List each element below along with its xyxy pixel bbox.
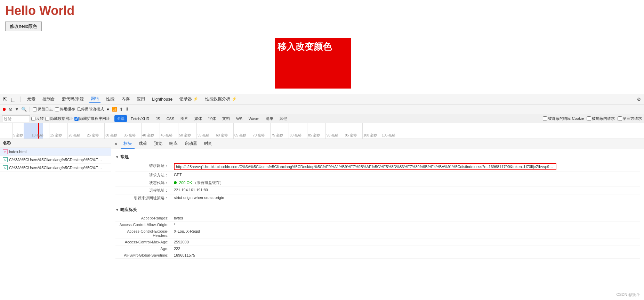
request-url-value: http://s28hrwvq1.hn-bkt.clouddn.com/C%3A… xyxy=(174,163,556,170)
record-icon[interactable]: ⏺ xyxy=(2,107,7,112)
tab-headers[interactable]: 标头 xyxy=(121,139,135,149)
disable-cache-check[interactable]: 停用缓存 xyxy=(55,107,75,112)
throttle-dropdown[interactable]: ▼ xyxy=(106,107,110,111)
file-name: C%3A%5CUsers%5Clianxiang%5CDesktop%5C%E9… xyxy=(9,158,103,162)
triangle-icon: ▼ xyxy=(115,208,119,212)
blocked-cookie-check[interactable]: 被屏蔽的响应 Cookie xyxy=(543,116,584,121)
acao-value: * xyxy=(174,223,175,227)
filter-other[interactable]: 其他 xyxy=(277,115,290,122)
hover-color-box: 移入改变颜色 xyxy=(275,38,351,89)
tab-timing[interactable]: 时间 xyxy=(201,139,215,149)
csdn-watermark: CSDN @提斗 xyxy=(617,292,640,297)
filter-fetch-xhr[interactable]: Fetch/XHR xyxy=(128,116,152,122)
tab-network[interactable]: 网络 xyxy=(89,95,100,103)
tick-10ms: 10 毫秒 xyxy=(31,123,44,139)
invert-check[interactable]: 反转 xyxy=(31,116,44,121)
tick-100ms: 100 毫秒 xyxy=(362,123,378,139)
tick-25ms: 25 毫秒 xyxy=(86,123,99,139)
filter-input[interactable] xyxy=(2,115,30,122)
file-item[interactable]: C C%3A%5CUsers%5Clianxiang%5CDesktop%5C%… xyxy=(0,164,111,172)
acma-value: 2592000 xyxy=(174,240,189,244)
tick-5ms: 5 毫秒 xyxy=(12,123,24,139)
tab-payload[interactable]: 载荷 xyxy=(136,139,150,149)
filter-all[interactable]: 全部 xyxy=(114,115,127,122)
filter-media[interactable]: 媒体 xyxy=(192,115,204,122)
ali-swift-label: Ali-Swift-Global-Savetime: xyxy=(115,253,171,257)
remote-address-row: 远程地址： 221.194.161.191:80 xyxy=(115,187,640,194)
tick-55ms: 55 毫秒 xyxy=(196,123,210,139)
preserve-log-check[interactable]: 保留日志 xyxy=(33,107,53,112)
filter-doc[interactable]: 文档 xyxy=(220,115,232,122)
detail-tabs: ✕ 标头 载荷 预览 响应 启动器 时间 xyxy=(111,139,644,149)
filter-css[interactable]: CSS xyxy=(164,116,177,122)
filter-font[interactable]: 字体 xyxy=(206,115,218,122)
tick-75ms: 75 毫秒 xyxy=(270,123,284,139)
tab-preview[interactable]: 预览 xyxy=(151,139,165,149)
filter-js[interactable]: JS xyxy=(153,116,163,122)
tick-45ms: 45 毫秒 xyxy=(160,123,173,139)
filter-wasm[interactable]: Wasm xyxy=(246,116,262,122)
tick-90ms: 90 毫秒 xyxy=(325,123,339,139)
referrer-policy-row: 引荐来源网址策略： strict-origin-when-cross-origi… xyxy=(115,194,640,202)
triangle-icon: ▼ xyxy=(115,155,119,159)
file-type-icon: C xyxy=(3,157,8,162)
settings-icon[interactable]: ⚙ xyxy=(637,97,641,102)
filter-icon[interactable]: ▼ xyxy=(15,107,19,112)
tab-performance[interactable]: 性能 xyxy=(105,95,116,103)
tab-source[interactable]: 源代码/来源 xyxy=(61,95,85,103)
tab-elements[interactable]: 元素 xyxy=(26,95,37,103)
network-main: 名称 H index.html C C%3A%5CUsers%5Clianxia… xyxy=(0,139,644,300)
devtools-toolbar: ⇱ ⬚ 元素 控制台 源代码/来源 网络 性能 内存 应用 Lighthouse… xyxy=(0,94,644,105)
status-code-value: 200 OK （来自磁盘缓存） xyxy=(174,180,224,185)
referrer-policy-label: 引荐来源网址策略： xyxy=(115,195,171,201)
hide-data-url-check[interactable]: 隐藏数据网址 xyxy=(45,116,73,121)
tick-85ms: 85 毫秒 xyxy=(307,123,321,139)
clear-icon[interactable]: ⊘ xyxy=(9,107,13,112)
file-item[interactable]: H index.html xyxy=(0,148,111,156)
hide-ext-check[interactable]: 隐藏扩展程序网址 xyxy=(74,116,110,121)
tab-perf-analysis[interactable]: 性能数据分析 ⚡ xyxy=(204,95,238,103)
tab-console[interactable]: 控制台 xyxy=(41,95,56,103)
tab-initiator[interactable]: 启动器 xyxy=(182,139,200,149)
close-detail-icon[interactable]: ✕ xyxy=(114,141,118,147)
age-label: Age: xyxy=(115,247,171,251)
status-code-row: 状态代码： 200 OK （来自磁盘缓存） xyxy=(115,179,640,187)
request-method-value: GET xyxy=(174,173,182,177)
filter-ws[interactable]: WS xyxy=(234,116,245,122)
blocked-request-check[interactable]: 被屏蔽的请求 xyxy=(587,116,615,121)
tab-response[interactable]: 响应 xyxy=(167,139,180,149)
tab-memory[interactable]: 内存 xyxy=(120,95,131,103)
request-url-label: 请求网址： xyxy=(115,163,171,168)
page-title: Hello World xyxy=(5,3,639,18)
timeline-bar: 5 毫秒 10 毫秒 15 毫秒 20 毫秒 25 毫秒 30 毫秒 35 毫秒… xyxy=(0,123,644,139)
tab-recorder[interactable]: 记录器 ⚡ xyxy=(178,95,200,103)
filter-types-bar: 反转 隐藏数据网址 隐藏扩展程序网址 全部 Fetch/XHR JS CSS 图… xyxy=(0,114,644,123)
tick-105ms: 105 毫秒 xyxy=(381,123,396,139)
search-icon[interactable]: 🔍 xyxy=(21,107,27,112)
age-row: Age: 222 xyxy=(115,245,640,252)
filter-img[interactable]: 图片 xyxy=(178,115,191,122)
hover-box-label: 移入改变颜色 xyxy=(277,41,332,53)
response-headers-title: 响应标头 xyxy=(120,207,137,213)
modify-color-button[interactable]: 修改hello颜色 xyxy=(5,22,42,31)
response-headers-section-header[interactable]: ▼ 响应标头 xyxy=(115,205,640,215)
status-code-label: 状态代码： xyxy=(115,180,171,185)
tab-application[interactable]: 应用 xyxy=(135,95,146,103)
file-item[interactable]: C C%3A%5CUsers%5Clianxiang%5CDesktop%5C%… xyxy=(0,156,111,164)
general-section-header[interactable]: ▼ 常规 xyxy=(115,152,640,162)
general-section-title: 常规 xyxy=(120,154,129,160)
upload-icon[interactable]: ⬆ xyxy=(119,107,123,112)
file-list: 名称 H index.html C C%3A%5CUsers%5Clianxia… xyxy=(0,139,111,300)
cursor-icon[interactable]: ⇱ xyxy=(3,97,7,102)
aceh-row: Access-Control-Expose-Headers: X-Log, X-… xyxy=(115,228,640,239)
inspect-icon[interactable]: ⬚ xyxy=(11,97,16,102)
file-name: index.html xyxy=(9,150,26,154)
tab-lighthouse[interactable]: Lighthouse xyxy=(151,96,174,102)
file-type-icon: H xyxy=(3,149,8,154)
download-icon[interactable]: ⬇ xyxy=(125,107,129,112)
tick-70ms: 70 毫秒 xyxy=(252,123,265,139)
filter-manifest[interactable]: 清单 xyxy=(263,115,276,122)
third-party-check[interactable]: 第三方请求 xyxy=(618,116,642,121)
file-type-icon: C xyxy=(3,165,8,170)
tick-65ms: 65 毫秒 xyxy=(233,123,247,139)
